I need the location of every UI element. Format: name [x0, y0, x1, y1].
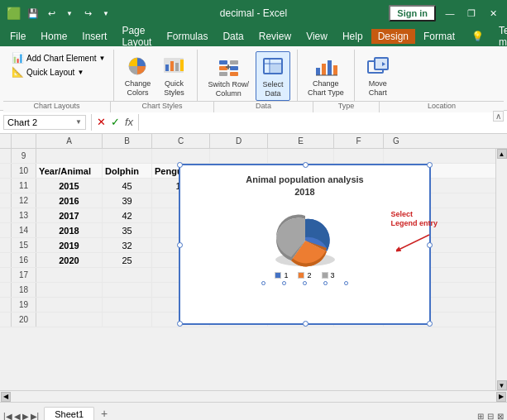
cell-9-a[interactable] — [36, 149, 103, 163]
fx-label[interactable]: fx — [125, 116, 133, 128]
cell-9-c[interactable] — [152, 149, 210, 163]
handle-br[interactable] — [427, 321, 433, 327]
row-num-13: 13 — [12, 208, 36, 222]
cell-9-e[interactable] — [268, 149, 334, 163]
horizontal-scrollbar[interactable]: ◀ ▶ — [0, 390, 507, 402]
legend-handle[interactable] — [344, 281, 348, 285]
switch-row-col-label: Switch Row/ Column — [208, 80, 249, 98]
quick-styles-label: Quick Styles — [164, 79, 184, 98]
svg-rect-5 — [180, 60, 184, 71]
menu-design[interactable]: Design — [371, 29, 415, 44]
sheet-nav-first[interactable]: |◀ — [3, 412, 12, 420]
menu-format[interactable]: Format — [417, 29, 462, 44]
select-data-button[interactable]: Select Data — [256, 51, 290, 101]
name-box[interactable]: Chart 2 ▼ — [3, 115, 86, 130]
handle-bl[interactable] — [177, 321, 183, 327]
cell-13-a[interactable]: 2017 — [36, 208, 103, 222]
pie-chart-svg[interactable] — [268, 206, 342, 268]
quick-layout-icon: 📐 — [12, 66, 24, 78]
cell-9-f[interactable] — [334, 149, 384, 163]
sign-in-button[interactable]: Sign in — [389, 5, 436, 21]
cancel-formula-icon[interactable]: ✕ — [97, 116, 106, 128]
menu-home[interactable]: Home — [34, 29, 74, 44]
menu-view[interactable]: View — [299, 29, 334, 44]
legend-handle[interactable] — [323, 281, 328, 285]
legend-handle[interactable] — [303, 281, 307, 285]
scroll-right-button[interactable]: ▶ — [496, 392, 506, 402]
menu-formulas[interactable]: Formulas — [160, 29, 214, 44]
switch-row-col-button[interactable]: Switch Row/ Column — [204, 52, 252, 100]
ribbon-collapse-button[interactable]: ∧ — [493, 111, 504, 122]
table-row: 9 — [0, 149, 507, 164]
page-layout-view-button[interactable]: ⊟ — [487, 412, 494, 420]
svg-rect-6 — [219, 60, 227, 64]
cell-9-b[interactable] — [103, 149, 152, 163]
col-header-d: D — [210, 134, 268, 148]
svg-rect-10 — [230, 66, 238, 70]
cell-16-b[interactable]: 25 — [103, 253, 152, 267]
scroll-up-button[interactable]: ▲ — [497, 149, 507, 159]
legend-handle[interactable] — [261, 281, 265, 285]
menu-file[interactable]: File — [3, 29, 32, 44]
legend-handle[interactable] — [282, 281, 286, 285]
handle-bm[interactable] — [303, 321, 309, 327]
add-sheet-button[interactable]: + — [96, 406, 112, 420]
cell-15-b[interactable]: 32 — [103, 238, 152, 252]
undo-dropdown-icon[interactable]: ▼ — [62, 6, 77, 21]
move-chart-button[interactable]: Move Chart — [361, 51, 395, 99]
save-icon[interactable]: 💾 — [26, 6, 41, 21]
scroll-left-button[interactable]: ◀ — [1, 392, 11, 402]
scroll-down-button[interactable]: ▼ — [497, 380, 507, 390]
formula-input-divider — [138, 114, 139, 131]
minimize-button[interactable]: — — [442, 6, 457, 21]
quick-styles-button[interactable]: Quick Styles — [157, 51, 190, 99]
restore-button[interactable]: ❐ — [464, 6, 479, 21]
cell-12-a[interactable]: 2016 — [36, 193, 103, 208]
cell-15-a[interactable]: 2019 — [36, 238, 103, 252]
quick-layout-button[interactable]: 📐 Quick Layout ▼ — [8, 65, 108, 79]
add-chart-element-button[interactable]: 📊 Add Chart Element ▼ — [8, 51, 108, 64]
cell-10-a[interactable]: Year/Animal — [36, 164, 103, 178]
menu-data[interactable]: Data — [216, 29, 250, 44]
cell-12-b[interactable]: 39 — [103, 193, 152, 208]
customize-icon[interactable]: ▼ — [98, 6, 113, 21]
undo-icon[interactable]: ↩ — [44, 6, 59, 21]
normal-view-button[interactable]: ⊞ — [477, 412, 484, 420]
cell-11-b[interactable]: 45 — [103, 179, 152, 193]
scroll-track[interactable] — [496, 159, 507, 380]
switch-row-col-icon — [215, 54, 242, 80]
formula-divider — [91, 114, 92, 131]
sheet-nav-prev[interactable]: ◀ — [14, 412, 21, 420]
col-header-a: A — [36, 134, 103, 148]
chart-overlay[interactable]: Animal population analysis 2018 — [179, 164, 431, 325]
change-colors-button[interactable]: Change Colors — [121, 51, 154, 99]
h-scroll-track[interactable] — [12, 391, 495, 402]
handle-tl[interactable] — [177, 162, 183, 168]
handle-tr[interactable] — [427, 162, 433, 168]
page-break-view-button[interactable]: ⊠ — [497, 412, 504, 420]
sheet-nav-last[interactable]: ▶| — [31, 412, 40, 420]
menu-insert[interactable]: Insert — [75, 29, 113, 44]
menu-review[interactable]: Review — [252, 29, 298, 44]
sheet-tab-sheet1[interactable]: Sheet1 — [44, 407, 94, 420]
name-box-dropdown[interactable]: ▼ — [75, 118, 82, 126]
cell-14-b[interactable]: 35 — [103, 223, 152, 237]
cell-11-a[interactable]: 2015 — [36, 179, 103, 193]
redo-icon[interactable]: ↪ — [80, 6, 95, 21]
select-all-button[interactable] — [0, 134, 12, 148]
type-group: Change Chart Type — [298, 50, 355, 101]
handle-tm[interactable] — [303, 162, 309, 168]
cell-13-b[interactable]: 42 — [103, 208, 152, 222]
sheet-nav-next[interactable]: ▶ — [22, 412, 29, 420]
close-button[interactable]: ✕ — [485, 6, 500, 21]
cell-16-a[interactable]: 2020 — [36, 253, 103, 267]
formula-input[interactable] — [144, 117, 504, 127]
confirm-formula-icon[interactable]: ✓ — [111, 116, 120, 128]
cell-14-a[interactable]: 2018 — [36, 223, 103, 237]
select-legend-arrow — [396, 231, 438, 255]
cell-10-b[interactable]: Dolphin — [103, 164, 152, 178]
cell-9-d[interactable] — [210, 149, 268, 163]
change-chart-type-button[interactable]: Change Chart Type — [304, 51, 347, 99]
vertical-scrollbar[interactable]: ▲ ▼ — [495, 149, 507, 390]
menu-help[interactable]: Help — [336, 29, 370, 44]
